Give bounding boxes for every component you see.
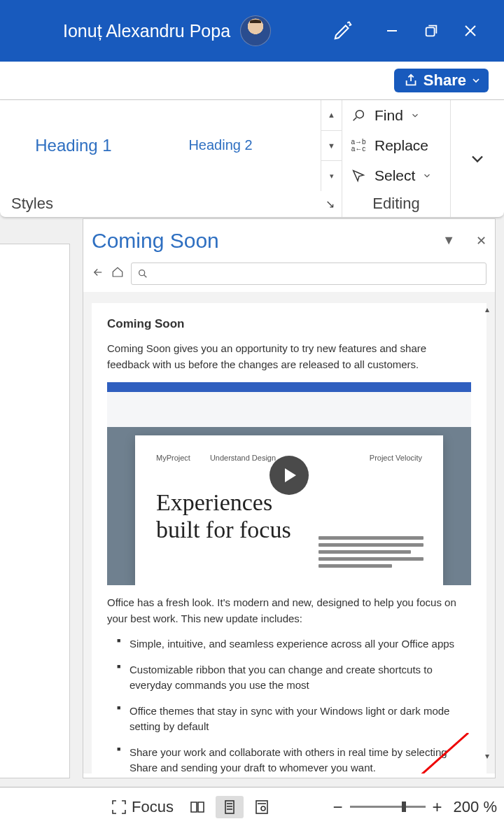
- coming-soon-pane: Coming Soon ▼ ✕ Coming Soon Coming Soon …: [83, 218, 496, 778]
- svg-point-7: [139, 270, 145, 276]
- scroll-up-icon[interactable]: ▴: [485, 304, 489, 314]
- styles-gallery-open[interactable]: ▾: [321, 161, 342, 191]
- web-layout-button[interactable]: [248, 796, 276, 818]
- list-item: Office themes that stay in sync with you…: [117, 704, 471, 735]
- avatar[interactable]: [240, 15, 271, 46]
- zoom-slider[interactable]: − +: [330, 797, 445, 817]
- styles-group-label: Styles: [11, 195, 53, 213]
- document-canvas[interactable]: [0, 244, 70, 778]
- back-icon[interactable]: [92, 266, 107, 281]
- svg-point-4: [356, 110, 363, 118]
- replace-button[interactable]: a→ba←c Replace: [342, 130, 450, 160]
- styles-launcher-icon[interactable]: ↘: [326, 197, 335, 211]
- list-item: Customizable ribbon that you can change …: [117, 662, 471, 694]
- replace-icon: a→ba←c: [349, 139, 368, 153]
- scroll-down-icon[interactable]: ▾: [485, 751, 489, 761]
- editing-group: Find a→ba←c Replace Select Editing: [342, 100, 451, 217]
- zoom-out-button[interactable]: −: [330, 797, 346, 817]
- close-button[interactable]: [451, 22, 490, 39]
- select-icon: [349, 168, 368, 183]
- coming-soon-card: Coming Soon Coming Soon gives you an opp…: [92, 303, 486, 774]
- card-desc: Office has a fresh look. It's modern and…: [107, 595, 471, 626]
- pen-icon[interactable]: [323, 20, 363, 41]
- list-item: Share your work and collaborate with oth…: [117, 745, 471, 774]
- pane-scrollbar[interactable]: ▴ ▾: [481, 304, 493, 761]
- style-heading-1[interactable]: Heading 1: [0, 136, 147, 155]
- user-name: Ionuț Alexandru Popa: [63, 21, 230, 41]
- editing-group-label: Editing: [372, 195, 419, 213]
- styles-scroll-down[interactable]: ▼: [321, 131, 342, 162]
- svg-rect-10: [225, 801, 234, 813]
- styles-scroll-up[interactable]: ▲: [321, 100, 342, 131]
- ribbon-collapse-icon[interactable]: [468, 149, 487, 169]
- chevron-down-icon: [410, 111, 420, 120]
- chevron-down-icon: [470, 75, 482, 86]
- svg-point-15: [261, 806, 265, 811]
- read-mode-button[interactable]: [183, 796, 211, 818]
- search-icon: [137, 268, 148, 279]
- ribbon: Heading 1 Heading 2 ▲ ▼ ▾ Styles ↘ Find …: [0, 100, 504, 218]
- find-icon: [349, 108, 368, 123]
- card-heading: Coming Soon: [107, 317, 471, 331]
- zoom-in-button[interactable]: +: [430, 797, 445, 817]
- restore-button[interactable]: [412, 23, 451, 38]
- share-label: Share: [424, 71, 466, 90]
- focus-icon: [111, 799, 127, 816]
- pane-title: Coming Soon: [92, 229, 219, 253]
- card-intro: Coming Soon gives you an opportunity to …: [107, 341, 471, 372]
- play-icon[interactable]: [270, 456, 309, 495]
- share-bar: Share: [0, 62, 504, 100]
- focus-mode-button[interactable]: Focus: [105, 795, 179, 819]
- pane-options-icon[interactable]: ▼: [442, 233, 455, 248]
- pane-search-input[interactable]: [131, 262, 486, 285]
- list-item: Simple, intuitive, and seamless experien…: [117, 636, 471, 652]
- video-thumbnail[interactable]: MyProjectUnderstand DesignProject Veloci…: [107, 382, 471, 585]
- styles-group: Heading 1 Heading 2 ▲ ▼ ▾ Styles ↘: [0, 100, 342, 217]
- zoom-value[interactable]: 200 %: [454, 798, 497, 816]
- find-button[interactable]: Find: [342, 100, 450, 130]
- home-icon[interactable]: [111, 266, 127, 281]
- pane-close-icon[interactable]: ✕: [476, 233, 486, 248]
- minimize-button[interactable]: [372, 22, 412, 39]
- window-titlebar: Ionuț Alexandru Popa: [0, 0, 504, 62]
- print-layout-button[interactable]: [216, 796, 244, 818]
- chevron-down-icon: [422, 171, 432, 181]
- feature-list: Simple, intuitive, and seamless experien…: [107, 636, 471, 774]
- status-bar: Focus − + 200 %: [0, 787, 504, 826]
- svg-line-8: [144, 275, 147, 278]
- svg-line-5: [354, 117, 357, 120]
- svg-rect-1: [426, 27, 435, 36]
- share-button[interactable]: Share: [394, 69, 489, 92]
- select-button[interactable]: Select: [342, 160, 450, 190]
- style-heading-2[interactable]: Heading 2: [147, 137, 294, 153]
